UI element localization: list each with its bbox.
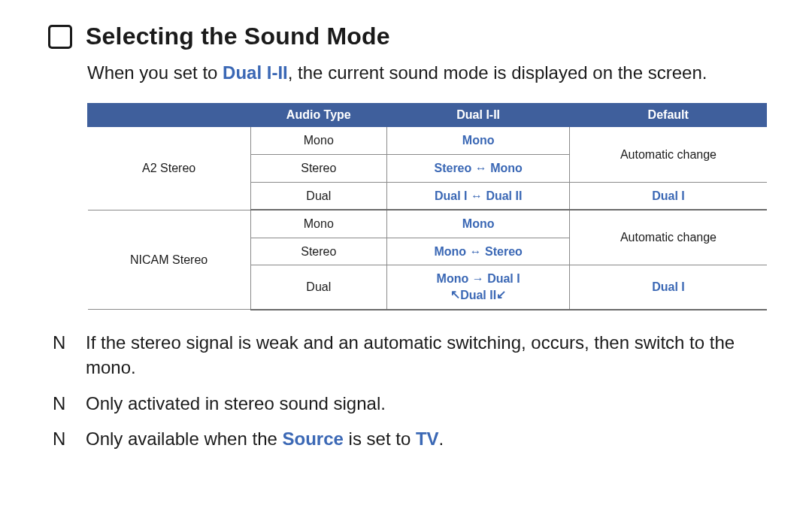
note3-tv: TV [416,429,439,449]
arrow-down-left-icon: ↙ [496,286,506,303]
a2-r3-audio: Dual [250,182,386,210]
nicam-r3-dual: Mono → Dual I ↖ Dual II ↙ [386,265,570,310]
nicam-r2-audio: Stereo [250,238,386,265]
note-text: Only activated in stereo sound signal. [86,391,386,416]
intro-prefix: When you set to [87,62,223,83]
nicam-r3-dual-line2-mid: Dual II [460,289,496,301]
table-row: A2 Stereo Mono Mono Automatic change [88,127,767,155]
note3-mid: is set to [344,429,416,449]
section-icon [48,25,72,49]
arrow-up-left-icon: ↖ [450,286,460,303]
a2-r3-dual: Dual I ↔ Dual II [386,182,570,210]
table-row: NICAM Stereo Mono Mono Automatic change [88,210,767,238]
note3-prefix: Only available when the [86,429,283,449]
a2-r3-default: Dual I [570,182,767,210]
nicam-label: NICAM Stereo [88,210,251,309]
a2-r1-audio: Mono [250,127,386,155]
nicam-r2-dual: Mono ↔ Stereo [386,238,570,265]
note-item: N If the stereo signal is weak and an au… [87,330,767,380]
note-text: Only available when the Source is set to… [86,426,444,452]
nicam-r1-audio: Mono [250,210,386,238]
th-blank [88,104,251,127]
a2-r2-audio: Stereo [250,154,386,182]
note-text: If the stereo signal is weak and an auto… [86,330,767,380]
th-default: Default [570,104,767,127]
notes-list: N If the stereo signal is weak and an au… [87,330,767,452]
a2-r1-dual: Mono [386,127,570,155]
note-item: N Only available when the Source is set … [87,426,767,452]
intro-dual-term: Dual I-II [223,62,288,83]
nicam-r3-dual-line1: Mono → Dual I [437,272,520,285]
intro-paragraph: When you set to Dual I-II, the current s… [87,61,767,85]
note-item: N Only activated in stereo sound signal. [87,391,767,416]
sound-mode-table: Audio Type Dual I-II Default A2 Stereo M… [87,103,767,310]
intro-suffix: , the current sound mode is displayed on… [288,62,707,83]
nicam-r1-dual: Mono [386,210,570,238]
page-title: Selecting the Sound Mode [86,23,390,50]
note-marker-icon: N [53,330,68,356]
a2-label: A2 Stereo [88,127,251,210]
note3-suffix: . [439,429,444,449]
a2-default-auto: Automatic change [570,127,767,182]
a2-r2-dual: Stereo ↔ Mono [386,154,570,182]
th-audio-type: Audio Type [250,104,386,127]
note-marker-icon: N [53,391,68,416]
nicam-default-auto: Automatic change [570,210,767,265]
note-marker-icon: N [53,426,68,452]
nicam-r3-default: Dual I [570,265,767,310]
th-dual: Dual I-II [386,104,570,127]
nicam-r3-audio: Dual [250,265,386,310]
note3-source: Source [283,429,344,449]
